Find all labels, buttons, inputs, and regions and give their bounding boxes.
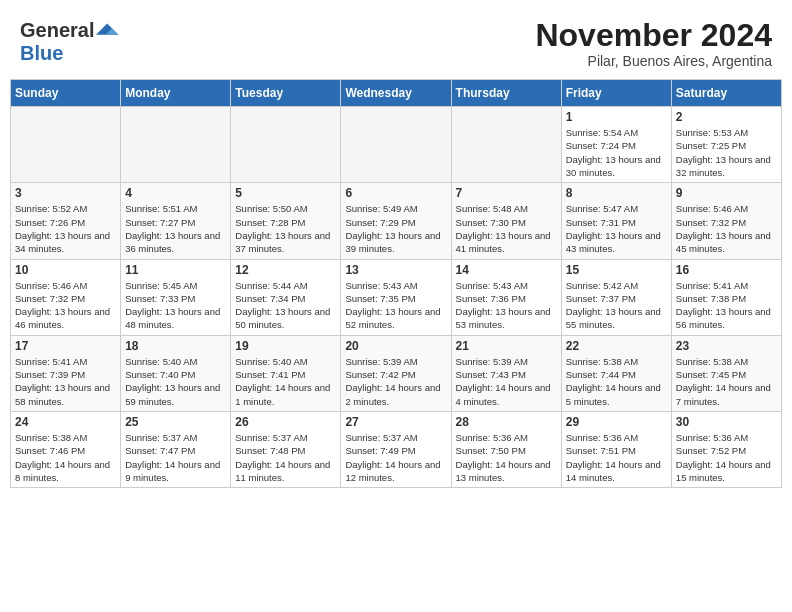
day-info: Sunrise: 5:37 AMSunset: 7:48 PMDaylight:… bbox=[235, 431, 336, 484]
page-header: General Blue November 2024 Pilar, Buenos… bbox=[10, 10, 782, 73]
calendar-cell: 26Sunrise: 5:37 AMSunset: 7:48 PMDayligh… bbox=[231, 411, 341, 487]
calendar-cell: 1Sunrise: 5:54 AMSunset: 7:24 PMDaylight… bbox=[561, 107, 671, 183]
day-info: Sunrise: 5:39 AMSunset: 7:42 PMDaylight:… bbox=[345, 355, 446, 408]
calendar-cell: 20Sunrise: 5:39 AMSunset: 7:42 PMDayligh… bbox=[341, 335, 451, 411]
day-info: Sunrise: 5:50 AMSunset: 7:28 PMDaylight:… bbox=[235, 202, 336, 255]
weekday-header: Wednesday bbox=[341, 80, 451, 107]
day-info: Sunrise: 5:44 AMSunset: 7:34 PMDaylight:… bbox=[235, 279, 336, 332]
day-info: Sunrise: 5:40 AMSunset: 7:40 PMDaylight:… bbox=[125, 355, 226, 408]
day-info: Sunrise: 5:39 AMSunset: 7:43 PMDaylight:… bbox=[456, 355, 557, 408]
day-number: 10 bbox=[15, 263, 116, 277]
calendar-cell: 10Sunrise: 5:46 AMSunset: 7:32 PMDayligh… bbox=[11, 259, 121, 335]
day-number: 14 bbox=[456, 263, 557, 277]
calendar-cell: 11Sunrise: 5:45 AMSunset: 7:33 PMDayligh… bbox=[121, 259, 231, 335]
day-info: Sunrise: 5:40 AMSunset: 7:41 PMDaylight:… bbox=[235, 355, 336, 408]
calendar-cell: 23Sunrise: 5:38 AMSunset: 7:45 PMDayligh… bbox=[671, 335, 781, 411]
day-number: 6 bbox=[345, 186, 446, 200]
day-info: Sunrise: 5:41 AMSunset: 7:38 PMDaylight:… bbox=[676, 279, 777, 332]
logo-blue: Blue bbox=[20, 42, 63, 65]
day-info: Sunrise: 5:36 AMSunset: 7:51 PMDaylight:… bbox=[566, 431, 667, 484]
day-info: Sunrise: 5:46 AMSunset: 7:32 PMDaylight:… bbox=[676, 202, 777, 255]
day-info: Sunrise: 5:49 AMSunset: 7:29 PMDaylight:… bbox=[345, 202, 446, 255]
weekday-header: Monday bbox=[121, 80, 231, 107]
day-info: Sunrise: 5:53 AMSunset: 7:25 PMDaylight:… bbox=[676, 126, 777, 179]
day-info: Sunrise: 5:54 AMSunset: 7:24 PMDaylight:… bbox=[566, 126, 667, 179]
day-info: Sunrise: 5:37 AMSunset: 7:47 PMDaylight:… bbox=[125, 431, 226, 484]
calendar-week-row: 3Sunrise: 5:52 AMSunset: 7:26 PMDaylight… bbox=[11, 183, 782, 259]
calendar-cell: 25Sunrise: 5:37 AMSunset: 7:47 PMDayligh… bbox=[121, 411, 231, 487]
calendar-cell bbox=[451, 107, 561, 183]
day-number: 19 bbox=[235, 339, 336, 353]
calendar-cell: 29Sunrise: 5:36 AMSunset: 7:51 PMDayligh… bbox=[561, 411, 671, 487]
logo: General Blue bbox=[20, 18, 120, 65]
calendar-cell: 12Sunrise: 5:44 AMSunset: 7:34 PMDayligh… bbox=[231, 259, 341, 335]
day-number: 26 bbox=[235, 415, 336, 429]
weekday-header: Friday bbox=[561, 80, 671, 107]
day-number: 8 bbox=[566, 186, 667, 200]
day-number: 22 bbox=[566, 339, 667, 353]
calendar-cell: 7Sunrise: 5:48 AMSunset: 7:30 PMDaylight… bbox=[451, 183, 561, 259]
calendar-cell: 27Sunrise: 5:37 AMSunset: 7:49 PMDayligh… bbox=[341, 411, 451, 487]
calendar-cell: 4Sunrise: 5:51 AMSunset: 7:27 PMDaylight… bbox=[121, 183, 231, 259]
day-info: Sunrise: 5:38 AMSunset: 7:45 PMDaylight:… bbox=[676, 355, 777, 408]
day-info: Sunrise: 5:46 AMSunset: 7:32 PMDaylight:… bbox=[15, 279, 116, 332]
calendar-cell: 15Sunrise: 5:42 AMSunset: 7:37 PMDayligh… bbox=[561, 259, 671, 335]
title-section: November 2024 Pilar, Buenos Aires, Argen… bbox=[535, 18, 772, 69]
day-info: Sunrise: 5:43 AMSunset: 7:36 PMDaylight:… bbox=[456, 279, 557, 332]
day-number: 18 bbox=[125, 339, 226, 353]
day-number: 24 bbox=[15, 415, 116, 429]
day-number: 16 bbox=[676, 263, 777, 277]
calendar-cell bbox=[121, 107, 231, 183]
calendar-table: SundayMondayTuesdayWednesdayThursdayFrid… bbox=[10, 79, 782, 488]
logo-icon bbox=[96, 18, 120, 42]
calendar-cell: 13Sunrise: 5:43 AMSunset: 7:35 PMDayligh… bbox=[341, 259, 451, 335]
calendar-cell: 19Sunrise: 5:40 AMSunset: 7:41 PMDayligh… bbox=[231, 335, 341, 411]
weekday-header: Saturday bbox=[671, 80, 781, 107]
calendar-cell: 16Sunrise: 5:41 AMSunset: 7:38 PMDayligh… bbox=[671, 259, 781, 335]
calendar-week-row: 24Sunrise: 5:38 AMSunset: 7:46 PMDayligh… bbox=[11, 411, 782, 487]
day-info: Sunrise: 5:48 AMSunset: 7:30 PMDaylight:… bbox=[456, 202, 557, 255]
day-number: 20 bbox=[345, 339, 446, 353]
day-number: 2 bbox=[676, 110, 777, 124]
weekday-header: Tuesday bbox=[231, 80, 341, 107]
calendar-cell: 21Sunrise: 5:39 AMSunset: 7:43 PMDayligh… bbox=[451, 335, 561, 411]
day-number: 21 bbox=[456, 339, 557, 353]
day-number: 12 bbox=[235, 263, 336, 277]
day-info: Sunrise: 5:51 AMSunset: 7:27 PMDaylight:… bbox=[125, 202, 226, 255]
calendar-cell: 2Sunrise: 5:53 AMSunset: 7:25 PMDaylight… bbox=[671, 107, 781, 183]
calendar-cell bbox=[11, 107, 121, 183]
calendar-cell: 28Sunrise: 5:36 AMSunset: 7:50 PMDayligh… bbox=[451, 411, 561, 487]
calendar-week-row: 1Sunrise: 5:54 AMSunset: 7:24 PMDaylight… bbox=[11, 107, 782, 183]
day-number: 28 bbox=[456, 415, 557, 429]
calendar-cell: 18Sunrise: 5:40 AMSunset: 7:40 PMDayligh… bbox=[121, 335, 231, 411]
calendar-week-row: 10Sunrise: 5:46 AMSunset: 7:32 PMDayligh… bbox=[11, 259, 782, 335]
day-number: 30 bbox=[676, 415, 777, 429]
calendar-cell: 9Sunrise: 5:46 AMSunset: 7:32 PMDaylight… bbox=[671, 183, 781, 259]
weekday-header: Thursday bbox=[451, 80, 561, 107]
day-info: Sunrise: 5:42 AMSunset: 7:37 PMDaylight:… bbox=[566, 279, 667, 332]
day-info: Sunrise: 5:38 AMSunset: 7:46 PMDaylight:… bbox=[15, 431, 116, 484]
weekday-header: Sunday bbox=[11, 80, 121, 107]
calendar-cell: 14Sunrise: 5:43 AMSunset: 7:36 PMDayligh… bbox=[451, 259, 561, 335]
calendar-cell bbox=[231, 107, 341, 183]
calendar-cell: 6Sunrise: 5:49 AMSunset: 7:29 PMDaylight… bbox=[341, 183, 451, 259]
calendar-cell: 30Sunrise: 5:36 AMSunset: 7:52 PMDayligh… bbox=[671, 411, 781, 487]
day-info: Sunrise: 5:52 AMSunset: 7:26 PMDaylight:… bbox=[15, 202, 116, 255]
day-info: Sunrise: 5:47 AMSunset: 7:31 PMDaylight:… bbox=[566, 202, 667, 255]
day-info: Sunrise: 5:45 AMSunset: 7:33 PMDaylight:… bbox=[125, 279, 226, 332]
day-info: Sunrise: 5:38 AMSunset: 7:44 PMDaylight:… bbox=[566, 355, 667, 408]
day-number: 27 bbox=[345, 415, 446, 429]
day-number: 17 bbox=[15, 339, 116, 353]
calendar-header-row: SundayMondayTuesdayWednesdayThursdayFrid… bbox=[11, 80, 782, 107]
calendar-cell: 3Sunrise: 5:52 AMSunset: 7:26 PMDaylight… bbox=[11, 183, 121, 259]
calendar-cell: 8Sunrise: 5:47 AMSunset: 7:31 PMDaylight… bbox=[561, 183, 671, 259]
logo-general: General bbox=[20, 19, 94, 42]
day-number: 25 bbox=[125, 415, 226, 429]
day-number: 29 bbox=[566, 415, 667, 429]
month-title: November 2024 bbox=[535, 18, 772, 53]
location: Pilar, Buenos Aires, Argentina bbox=[535, 53, 772, 69]
calendar-week-row: 17Sunrise: 5:41 AMSunset: 7:39 PMDayligh… bbox=[11, 335, 782, 411]
day-number: 13 bbox=[345, 263, 446, 277]
calendar-cell: 5Sunrise: 5:50 AMSunset: 7:28 PMDaylight… bbox=[231, 183, 341, 259]
day-info: Sunrise: 5:36 AMSunset: 7:52 PMDaylight:… bbox=[676, 431, 777, 484]
